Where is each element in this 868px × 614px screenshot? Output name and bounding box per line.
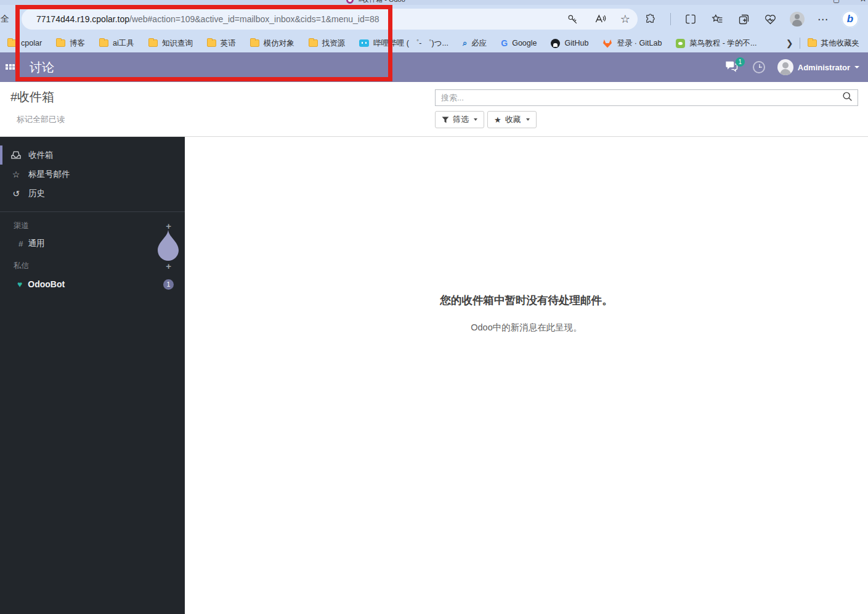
star-icon: ☆ [11, 170, 21, 179]
filters-button[interactable]: 筛选 [435, 111, 484, 128]
history-icon: ↺ [11, 189, 21, 199]
folder-icon [56, 39, 65, 47]
mark-all-read-button[interactable]: 标记全部已读 [17, 114, 65, 125]
control-panel: #收件箱 标记全部已读 筛选 ★ 收藏 [0, 82, 868, 137]
browser-tab-title[interactable]: #收件箱 - Odoo [359, 0, 405, 4]
folder-icon [250, 39, 259, 47]
inbox-icon [11, 151, 21, 159]
url-host: 77174d44.r19.cpolar.top [36, 14, 129, 24]
runoob-icon [676, 39, 685, 48]
toolbar-separator [670, 13, 671, 25]
folder-icon [808, 39, 817, 47]
screen: #收件箱 - Odoo ▢ ✕ 全 77174d44.r19.cpolar.to… [0, 0, 868, 614]
url-path: /web#action=109&active_id=mailbox_inbox&… [129, 14, 379, 24]
bookmark-bing[interactable]: ⌕必应 [463, 38, 487, 49]
window-close-button[interactable]: ✕ [860, 0, 866, 4]
github-icon [551, 39, 560, 48]
window-maximize-button[interactable]: ▢ [833, 0, 840, 4]
dm-section-label: 私信 [14, 261, 29, 271]
user-avatar [777, 59, 793, 75]
bookmarks-bar: cpolar 博客 ai工具 知识查询 英语 模仿对象 找资源 哔哩哔哩 ( ゜… [0, 34, 868, 52]
folder-icon [148, 39, 158, 47]
read-aloud-icon[interactable] [593, 12, 607, 26]
collections-icon[interactable] [737, 12, 750, 26]
bookmark-gitlab[interactable]: 登录 · GitLab [602, 38, 662, 49]
bookmark-bilibili[interactable]: 哔哩哔哩 ( ゜- ゜)つ... [359, 38, 448, 49]
favorites-list-icon[interactable] [710, 12, 724, 26]
bookmark-blog[interactable]: 博客 [56, 38, 85, 49]
browser-profile-avatar[interactable] [790, 12, 805, 27]
inbox-empty-state: 您的收件箱中暂时没有待处理邮件。 Odoo中的新消息在此呈现。 [185, 137, 868, 614]
dm-odoobot[interactable]: ♥ OdooBot 1 [0, 275, 185, 293]
bookmark-imitate[interactable]: 模仿对象 [250, 38, 294, 49]
search-box [435, 89, 858, 106]
extensions-icon[interactable] [644, 12, 657, 26]
channels-section-label: 渠道 [14, 221, 29, 231]
bookmark-runoob[interactable]: 菜鸟教程 - 学的不... [676, 38, 756, 49]
chevron-down-icon [474, 118, 477, 121]
user-menu[interactable]: Administrator [777, 59, 859, 75]
bookmark-google[interactable]: GGoogle [501, 38, 537, 48]
page-title: #收件箱 [10, 89, 54, 105]
search-icon[interactable] [842, 91, 853, 104]
browser-essentials-icon[interactable] [763, 12, 777, 26]
activities-clock-icon[interactable] [753, 61, 765, 73]
split-screen-icon[interactable] [684, 12, 697, 26]
bilibili-icon [359, 39, 369, 47]
address-bar[interactable]: 77174d44.r19.cpolar.top/web#action=109&a… [22, 9, 638, 30]
url-text[interactable]: 77174d44.r19.cpolar.top/web#action=109&a… [36, 14, 379, 24]
favorite-star-icon: ★ [494, 115, 501, 125]
purple-drop-indicator [157, 229, 179, 264]
empty-state-subtitle: Odoo中的新消息在此呈现。 [185, 322, 868, 334]
folder-icon [7, 39, 17, 47]
browser-toolbar: 全 77174d44.r19.cpolar.top/web#action=109… [0, 5, 868, 34]
hash-icon: # [18, 239, 23, 248]
password-key-icon[interactable] [566, 12, 580, 26]
odoo-app-header: 讨论 1 Administrator [0, 52, 868, 82]
bookmark-knowledge[interactable]: 知识查询 [148, 38, 193, 49]
bookmark-ai-tools[interactable]: ai工具 [99, 38, 134, 49]
bing-chat-icon[interactable]: b [842, 10, 859, 28]
bookmark-cpolar[interactable]: cpolar [7, 39, 42, 47]
apps-menu-icon[interactable] [6, 64, 16, 71]
app-title[interactable]: 讨论 [30, 59, 54, 76]
folder-icon [309, 39, 318, 47]
browser-settings-more-icon[interactable]: ⋯ [817, 13, 829, 26]
bookmarks-overflow-chevron[interactable]: ❯ [780, 38, 800, 48]
messages-badge: 1 [736, 57, 745, 67]
sidebar-item-inbox[interactable]: 收件箱 [0, 145, 185, 165]
filter-funnel-icon [442, 117, 449, 123]
odoo-favicon-icon [346, 0, 354, 4]
bookmark-resources[interactable]: 找资源 [309, 38, 346, 49]
site-security-label[interactable]: 全 [1, 14, 9, 25]
user-name: Administrator [798, 63, 850, 72]
browser-tab-strip: #收件箱 - Odoo ▢ ✕ [0, 0, 868, 5]
bookmarks-separator [800, 38, 800, 49]
add-favorite-star-icon[interactable]: ☆ [620, 14, 630, 25]
favorites-button[interactable]: ★ 收藏 [487, 111, 537, 128]
unread-badge: 1 [163, 279, 174, 290]
toolbar-icons: ⋯ b [644, 9, 859, 30]
folder-icon [99, 39, 108, 47]
sidebar-item-history[interactable]: ↺ 历史 [0, 184, 185, 203]
chevron-down-icon [854, 66, 859, 68]
empty-state-title: 您的收件箱中暂时没有待处理邮件。 [185, 293, 868, 308]
gitlab-icon [602, 39, 612, 48]
search-input[interactable] [436, 93, 842, 102]
sidebar-item-starred[interactable]: ☆ 标星号邮件 [0, 165, 185, 184]
folder-icon [207, 39, 216, 47]
bing-search-icon: ⌕ [463, 38, 467, 48]
google-icon: G [501, 38, 508, 48]
bookmark-english[interactable]: 英语 [207, 38, 236, 49]
other-favorites-folder[interactable]: 其他收藏夹 [808, 38, 860, 49]
discuss-sidebar: 收件箱 ☆ 标星号邮件 ↺ 历史 渠道 + # 通用 私信 + ♥ OdooBo… [0, 137, 185, 614]
messages-menu-icon[interactable]: 1 [724, 60, 740, 74]
heart-status-icon: ♥ [17, 279, 22, 289]
chevron-down-icon [526, 118, 530, 121]
bookmark-github[interactable]: GitHub [551, 39, 588, 48]
